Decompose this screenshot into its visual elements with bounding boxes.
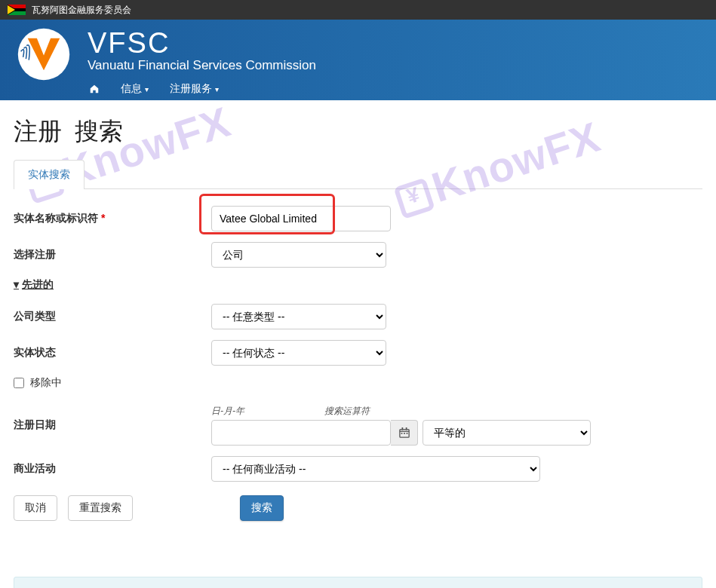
nav-reg-services-label: 注册服务 (170, 82, 212, 96)
svg-rect-7 (406, 433, 407, 434)
tab-label: 实体搜索 (28, 168, 70, 180)
select-reg-label: 选择注册 (14, 248, 211, 262)
nav-info[interactable]: 信息 ▾ (115, 78, 155, 100)
results-panel: 未找到结果 (14, 577, 702, 588)
caret-down-icon: ▾ (14, 278, 19, 290)
advanced-toggle[interactable]: ▾先进的 (14, 278, 54, 290)
svg-rect-5 (401, 433, 402, 434)
company-type-label: 公司类型 (14, 310, 211, 323)
chevron-down-icon: ▾ (215, 85, 219, 93)
calendar-button[interactable] (391, 420, 418, 446)
nav-info-label: 信息 (121, 82, 142, 96)
business-activity-label: 商业活动 (14, 462, 211, 476)
nav-home[interactable] (83, 79, 106, 99)
topbar: 瓦努阿图金融服务委员会 (0, 0, 716, 20)
brand-subtitle: Vanuatu Financial Services Commission (88, 58, 316, 73)
svg-point-0 (18, 29, 69, 80)
entity-name-label: 实体名称或标识符 * (14, 212, 211, 225)
date-format-hint: 日-月-年 (211, 405, 324, 418)
home-icon (89, 84, 100, 94)
entity-status-dropdown[interactable]: -- 任何状态 -- (211, 340, 386, 366)
tab-entity-search[interactable]: 实体搜索 (14, 160, 85, 189)
search-button[interactable]: 搜索 (240, 495, 284, 521)
select-reg-dropdown[interactable]: 公司 (211, 242, 386, 268)
cancel-button[interactable]: 取消 (14, 495, 57, 521)
company-type-dropdown[interactable]: -- 任意类型 -- (211, 304, 386, 329)
nav-reg-services[interactable]: 注册服务 ▾ (164, 78, 225, 100)
calendar-icon (399, 427, 410, 438)
reg-date-input[interactable] (211, 420, 391, 446)
date-operator-dropdown[interactable]: 平等的 (423, 420, 591, 446)
entity-name-input[interactable] (211, 206, 391, 231)
removing-label: 移除中 (30, 376, 62, 390)
reset-button[interactable]: 重置搜索 (68, 495, 133, 521)
brand-title: VFSC (88, 27, 316, 60)
svg-rect-6 (404, 433, 405, 434)
removing-checkbox[interactable] (14, 378, 24, 388)
date-operator-hint: 搜索运算符 (324, 405, 370, 418)
vfsc-logo (15, 26, 72, 83)
advanced-label: 先进的 (22, 278, 54, 290)
reg-date-label: 注册日期 (14, 418, 211, 432)
business-activity-dropdown[interactable]: -- 任何商业活动 -- (211, 456, 540, 482)
header: VFSC Vanuatu Financial Services Commissi… (0, 20, 716, 100)
vanuatu-flag-icon (8, 5, 26, 15)
svg-rect-3 (401, 427, 403, 430)
tabs: 实体搜索 (14, 159, 702, 189)
svg-rect-4 (405, 427, 407, 430)
chevron-down-icon: ▾ (145, 85, 149, 93)
entity-status-label: 实体状态 (14, 346, 211, 360)
page-title: 注册 搜索 (14, 115, 702, 149)
main-nav: 信息 ▾ 注册服务 ▾ (83, 78, 316, 100)
topbar-title: 瓦努阿图金融服务委员会 (32, 4, 131, 17)
